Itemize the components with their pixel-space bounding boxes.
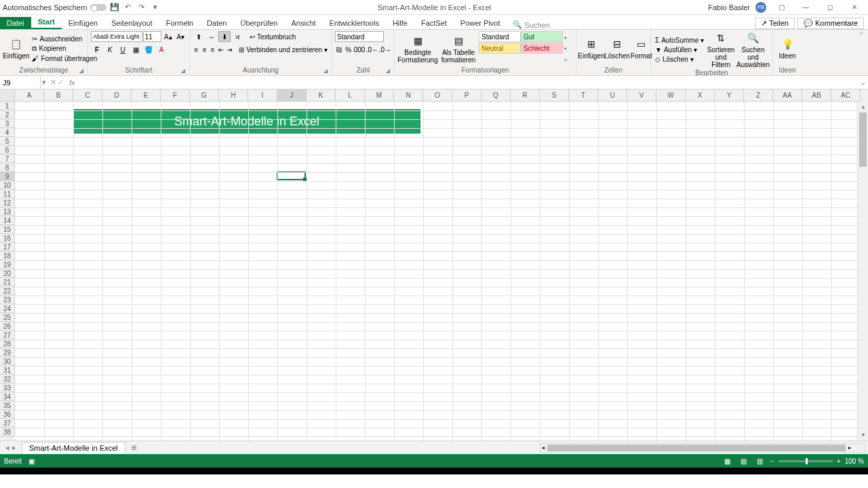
row-header[interactable]: 33 (0, 384, 15, 392)
dialog-launcher-icon[interactable]: ◢ (79, 68, 83, 74)
align-bottom-icon[interactable]: ⬇ (218, 31, 231, 42)
italic-button[interactable]: K (104, 44, 116, 55)
increase-indent-icon[interactable]: ⇥ (225, 44, 233, 55)
row-header[interactable]: 10 (0, 181, 15, 190)
align-center-icon[interactable]: ≡ (201, 44, 208, 55)
tab-power pivot[interactable]: Power Pivot (454, 17, 507, 29)
col-header[interactable]: U (598, 89, 627, 102)
col-header[interactable]: E (132, 89, 161, 102)
col-header[interactable]: D (102, 89, 132, 102)
tab-überprüfen[interactable]: Überprüfen (233, 17, 284, 29)
row-header[interactable]: 38 (0, 428, 15, 436)
save-icon[interactable]: 💾 (109, 2, 120, 13)
sheet-nav-prev-icon[interactable]: ◂ (5, 443, 9, 452)
row-header[interactable]: 20 (0, 269, 15, 278)
row-header[interactable]: 35 (0, 401, 15, 410)
underline-button[interactable]: U (117, 44, 129, 55)
format-cells-button[interactable]: ▭Format (631, 31, 652, 66)
scroll-up-icon[interactable]: ▴ (858, 102, 868, 113)
select-all-button[interactable] (0, 89, 15, 102)
row-header[interactable]: 17 (0, 243, 15, 251)
col-header[interactable]: K (307, 89, 336, 102)
dialog-launcher-icon[interactable]: ◢ (181, 68, 185, 74)
enter-formula-icon[interactable]: ✓ (58, 78, 64, 87)
sort-filter-button[interactable]: ⇅Sortieren und Filtern (707, 31, 735, 68)
style-neutral[interactable]: Neutral (479, 43, 521, 54)
scroll-left-icon[interactable]: ◂ (540, 445, 546, 451)
row-header[interactable]: 22 (0, 287, 15, 296)
autosum-button[interactable]: ΣAutoSumme ▾ (654, 36, 705, 45)
align-right-icon[interactable]: ≡ (209, 44, 216, 55)
row-header[interactable]: 32 (0, 375, 15, 384)
tab-ansicht[interactable]: Ansicht (284, 17, 322, 29)
col-header[interactable]: H (219, 89, 248, 102)
style-up-icon[interactable]: ▴ (564, 35, 572, 40)
paste-button[interactable]: 📋 Einfügen (3, 31, 29, 66)
merge-center-button[interactable]: ⊞Verbinden und zentrieren ▾ (237, 44, 329, 55)
dialog-launcher-icon[interactable]: ◢ (386, 68, 390, 74)
row-header[interactable]: 11 (0, 190, 15, 199)
col-header[interactable]: AA (773, 89, 802, 102)
fill-button[interactable]: ▼Ausfüllen ▾ (654, 45, 705, 54)
row-header[interactable]: 28 (0, 340, 15, 348)
normal-view-icon[interactable]: ▦ (722, 456, 734, 466)
col-header[interactable]: O (423, 89, 452, 102)
page-break-view-icon[interactable]: ▥ (754, 456, 766, 466)
row-header[interactable]: 37 (0, 419, 15, 428)
col-header[interactable]: V (627, 89, 656, 102)
style-standard[interactable]: Standard (479, 31, 521, 42)
row-header[interactable]: 13 (0, 207, 15, 216)
style-down-icon[interactable]: ▾ (564, 46, 572, 52)
tab-formeln[interactable]: Formeln (159, 17, 200, 29)
increase-font-icon[interactable]: A▴ (162, 31, 174, 42)
tab-factset[interactable]: FactSet (414, 17, 454, 29)
cancel-formula-icon[interactable]: ✕ (50, 78, 56, 87)
tab-einfügen[interactable]: Einfügen (62, 17, 104, 29)
clear-button[interactable]: ◇Löschen ▾ (654, 55, 705, 64)
comma-icon[interactable]: 000 (353, 44, 366, 55)
tell-me-search[interactable]: 🔍 Suchen (507, 20, 555, 29)
zoom-level[interactable]: 100 % (845, 458, 864, 465)
find-select-button[interactable]: 🔍Suchen und Auswählen (736, 31, 770, 68)
decrease-font-icon[interactable]: A▾ (175, 31, 186, 42)
qat-dropdown-icon[interactable]: ▾ (150, 2, 161, 13)
ideas-button[interactable]: 💡Ideen (776, 31, 799, 66)
col-header[interactable]: Q (481, 89, 511, 102)
style-more-icon[interactable]: ≡ (564, 58, 572, 62)
tab-seitenlayout[interactable]: Seitenlayout (104, 17, 159, 29)
col-header[interactable]: AC (831, 89, 861, 102)
tab-entwicklertools[interactable]: Entwicklertools (323, 17, 386, 29)
row-header[interactable]: 15 (0, 225, 15, 234)
row-header[interactable]: 26 (0, 322, 15, 331)
cells-area[interactable]: Smart-Art-Modelle in Excel (15, 102, 868, 441)
delete-cells-button[interactable]: ⊟Löschen (605, 31, 629, 66)
row-header[interactable]: 12 (0, 199, 15, 207)
currency-icon[interactable]: ₪ (335, 44, 344, 55)
format-as-table-button[interactable]: ▤ Als Tabelle formatieren (439, 31, 477, 66)
tab-file[interactable]: Datei (0, 17, 31, 29)
tab-hilfe[interactable]: Hilfe (386, 17, 414, 29)
row-header[interactable]: 18 (0, 251, 15, 260)
style-schlecht[interactable]: Schlecht (521, 43, 563, 54)
align-left-icon[interactable]: ≡ (193, 44, 200, 55)
minimize-button[interactable]: — (796, 1, 815, 14)
col-header[interactable]: F (161, 89, 190, 102)
collapse-ribbon-icon[interactable]: ⌃ (854, 30, 868, 75)
insert-cells-button[interactable]: ⊞Einfügen (579, 31, 604, 66)
col-header[interactable]: C (73, 89, 102, 102)
col-header[interactable]: W (656, 89, 686, 102)
tab-daten[interactable]: Daten (200, 17, 233, 29)
row-header[interactable]: 14 (0, 216, 15, 225)
row-header[interactable]: 4 (0, 128, 15, 137)
ribbon-display-icon[interactable]: ▢ (772, 1, 791, 14)
col-header[interactable]: S (540, 89, 569, 102)
zoom-in-icon[interactable]: + (837, 458, 841, 465)
col-header[interactable]: B (44, 89, 73, 102)
col-header[interactable]: G (190, 89, 219, 102)
increase-decimal-icon[interactable]: .0← (366, 44, 378, 55)
percent-icon[interactable]: % (344, 44, 353, 55)
row-header[interactable]: 3 (0, 119, 15, 128)
font-color-button[interactable]: A (155, 44, 167, 55)
col-header[interactable]: R (511, 89, 540, 102)
align-middle-icon[interactable]: ↔ (205, 31, 218, 42)
